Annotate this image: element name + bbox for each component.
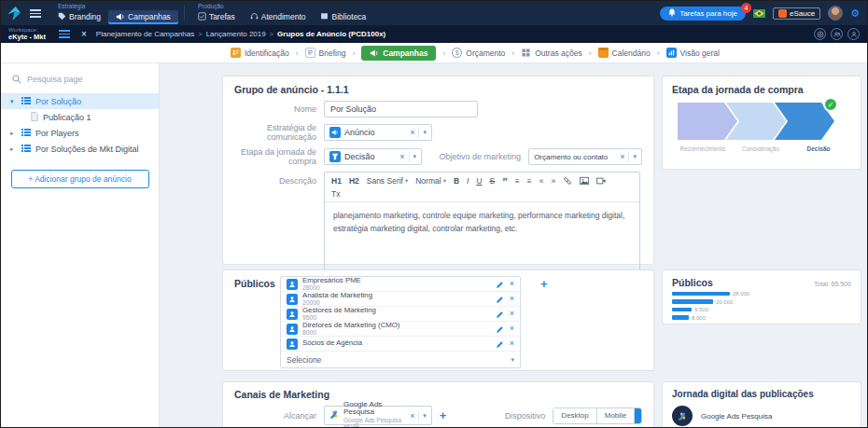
ad-group-card: Grupo de anúncio - 1.1.1 Nome Estratégia… xyxy=(222,76,654,265)
alcancar-select[interactable]: Google Ads Pesquisa Google Ads Pesquisa … xyxy=(324,406,432,425)
caret-right-icon[interactable]: ▸ xyxy=(10,130,17,137)
underline-button[interactable]: U xyxy=(476,176,482,186)
step-orcamento[interactable]: $ Orçamento xyxy=(452,48,505,58)
step-briefing[interactable]: Briefing xyxy=(305,48,346,58)
step-campanhas[interactable]: Campanhas xyxy=(361,46,436,61)
workspace-menu-icon[interactable] xyxy=(59,30,70,38)
blockquote-button[interactable]: ” xyxy=(502,175,508,186)
outdent-button[interactable]: « xyxy=(539,176,544,186)
remove-icon[interactable]: × xyxy=(510,310,514,318)
nome-input[interactable] xyxy=(324,101,478,117)
estrategia-value: Anúncio xyxy=(344,128,375,137)
objetivo-label: Objetivo de marketing xyxy=(433,152,521,161)
tasks-today-button[interactable]: Tarefas para hoje xyxy=(660,7,746,21)
profile-icon[interactable] xyxy=(847,28,860,40)
notification-badge[interactable]: 4 xyxy=(741,3,751,13)
users-icon[interactable] xyxy=(831,28,843,40)
nav-tarefas[interactable]: Tarefas xyxy=(190,10,243,24)
caret-down-icon[interactable]: ▾ xyxy=(633,153,637,160)
descricao-label: Descrição xyxy=(234,172,316,186)
size-select[interactable]: Normal ▾ xyxy=(415,176,446,186)
sidebar-item-por-solucao[interactable]: ▾ Por Solução xyxy=(1,93,159,109)
dispositivo-todos-button[interactable]: Todos xyxy=(634,408,642,423)
step-label: Campanhas xyxy=(383,48,427,58)
remove-icon[interactable]: × xyxy=(510,295,514,303)
descricao-content[interactable]: planejamento marketing, controle equipe … xyxy=(325,202,639,273)
close-icon[interactable]: × xyxy=(81,30,87,39)
nav-biblioteca[interactable]: Biblioteca xyxy=(313,10,373,24)
sidebar-item-por-solucoes-mkt[interactable]: ▸ Por Soluções de Mkt Digital xyxy=(1,141,159,157)
alcancar-label: Alcançar xyxy=(234,411,316,421)
image-icon[interactable] xyxy=(580,176,589,186)
objetivo-select[interactable]: Orçamento ou contato × ▾ xyxy=(528,148,642,165)
link-icon[interactable] xyxy=(563,176,572,186)
document-icon xyxy=(31,112,38,123)
add-canal-button[interactable]: + xyxy=(440,409,447,421)
step-label: Outras ações xyxy=(535,48,582,58)
jornada-item-label: Google Ads Pesquisa xyxy=(701,412,773,421)
nav-branding[interactable]: Branding xyxy=(50,10,108,24)
dispositivo-mobile-button[interactable]: Mobile xyxy=(596,408,635,423)
workspace-name: eKyte - Mkt xyxy=(8,34,46,41)
help-icon[interactable] xyxy=(814,28,826,40)
list-icon xyxy=(21,144,31,155)
megaphone-icon xyxy=(370,48,379,58)
breadcrumb-item[interactable]: Planejamento de Campanhas xyxy=(96,30,194,38)
bold-button[interactable]: B xyxy=(454,176,459,186)
add-publico-button[interactable]: + xyxy=(540,278,548,290)
list-item: Diretores de Marketing (CMO)8000 × xyxy=(281,322,520,337)
anuncio-icon xyxy=(329,127,341,138)
caret-down-icon[interactable]: ▾ xyxy=(423,412,427,420)
h1-button[interactable]: H1 xyxy=(331,176,342,186)
indent-button[interactable]: » xyxy=(551,176,555,186)
step-outras-acoes[interactable]: Outras ações xyxy=(521,48,582,58)
nome-label: Nome xyxy=(234,104,316,114)
clear-icon[interactable]: × xyxy=(399,152,404,161)
search-input[interactable] xyxy=(27,75,139,84)
app-logo-icon[interactable] xyxy=(7,6,22,21)
bullet-list-button[interactable]: ≡ xyxy=(527,176,532,186)
brazil-flag-icon[interactable] xyxy=(753,5,765,21)
edit-icon[interactable] xyxy=(496,336,504,352)
clear-icon[interactable]: × xyxy=(410,411,414,421)
sidebar-item-por-players[interactable]: ▸ Por Players xyxy=(1,125,159,141)
ordered-list-button[interactable]: ≡ xyxy=(515,176,520,186)
font-select[interactable]: Sans Serif ▾ xyxy=(367,176,408,186)
caret-down-icon[interactable]: ▾ xyxy=(423,129,427,136)
etapa-select[interactable]: Decisão × ▾ xyxy=(324,148,422,165)
remove-icon[interactable]: × xyxy=(510,339,514,348)
caret-right-icon[interactable]: ▸ xyxy=(10,145,17,153)
caret-down-icon[interactable]: ▾ xyxy=(413,153,417,160)
caret-down-icon[interactable]: ▾ xyxy=(10,98,17,105)
sidebar-item-publicacao-1[interactable]: Publicação 1 xyxy=(1,109,159,125)
client-selector[interactable]: eSauce xyxy=(773,7,820,20)
strike-button[interactable]: S xyxy=(490,176,496,186)
clear-icon[interactable]: × xyxy=(620,152,624,161)
add-ad-group-button[interactable]: + Adicionar grupo de anúncio xyxy=(11,170,149,188)
clear-icon[interactable]: × xyxy=(410,128,414,137)
nav-campanhas[interactable]: Campanhas xyxy=(108,10,178,24)
jornada-item[interactable]: Google Ads Pesquisa xyxy=(672,406,851,426)
step-visao-geral[interactable]: Visão geral xyxy=(666,48,720,58)
estrategia-select[interactable]: Anúncio × ▾ xyxy=(324,124,432,141)
dispositivo-desktop-button[interactable]: Desktop xyxy=(553,408,595,423)
gear-icon[interactable]: ⚙ xyxy=(850,8,860,19)
publicos-select[interactable]: Selecione ▾ xyxy=(281,352,520,367)
h2-button[interactable]: H2 xyxy=(349,176,359,186)
nav-label: Atendimento xyxy=(261,12,306,21)
italic-button[interactable]: I xyxy=(467,176,469,186)
select-divider xyxy=(418,127,419,138)
clear-format-button[interactable]: Tx xyxy=(331,189,340,199)
remove-icon[interactable]: × xyxy=(510,280,514,288)
avatar[interactable] xyxy=(828,6,843,21)
menu-icon[interactable] xyxy=(30,9,41,18)
nav-atendimento[interactable]: Atendimento xyxy=(243,10,314,24)
step-identificacao[interactable]: Identificação xyxy=(231,48,289,58)
stage-label: Consideração xyxy=(732,145,790,152)
breadcrumb-item[interactable]: Lançamento 2019 xyxy=(206,30,266,38)
select-placeholder: Selecione xyxy=(287,355,321,365)
publico-name: Diretores de Marketing (CMO) xyxy=(302,322,399,329)
video-icon[interactable] xyxy=(596,176,606,186)
remove-icon[interactable]: × xyxy=(510,324,514,333)
step-calendario[interactable]: Calendário xyxy=(598,48,651,58)
